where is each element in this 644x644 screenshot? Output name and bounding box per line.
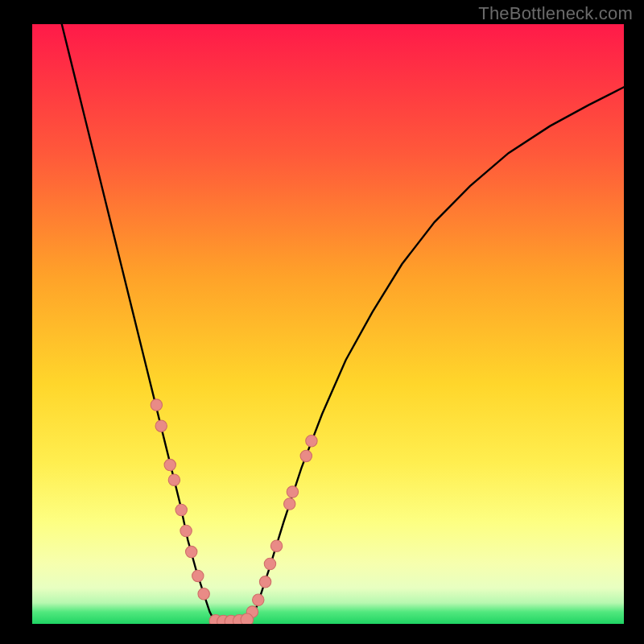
marker-point — [253, 594, 264, 605]
marker-point — [284, 498, 295, 510]
marker-point — [180, 525, 192, 536]
marker-point — [164, 459, 175, 470]
chart-background — [32, 24, 624, 624]
marker-point — [155, 420, 167, 431]
chart-plot-area — [32, 24, 624, 624]
marker-point — [259, 576, 270, 588]
marker-point — [241, 613, 254, 624]
marker-point — [186, 546, 197, 557]
marker-point — [168, 474, 180, 485]
marker-point — [175, 504, 187, 515]
marker-point — [270, 540, 282, 551]
marker-point — [151, 399, 162, 411]
marker-point — [306, 436, 317, 447]
marker-point — [192, 570, 204, 581]
watermark-text: TheBottleneck.com — [478, 3, 633, 24]
marker-point — [287, 486, 298, 497]
marker-point — [198, 588, 209, 600]
chart-svg — [32, 24, 624, 624]
marker-point — [300, 450, 312, 461]
marker-point — [264, 558, 275, 569]
